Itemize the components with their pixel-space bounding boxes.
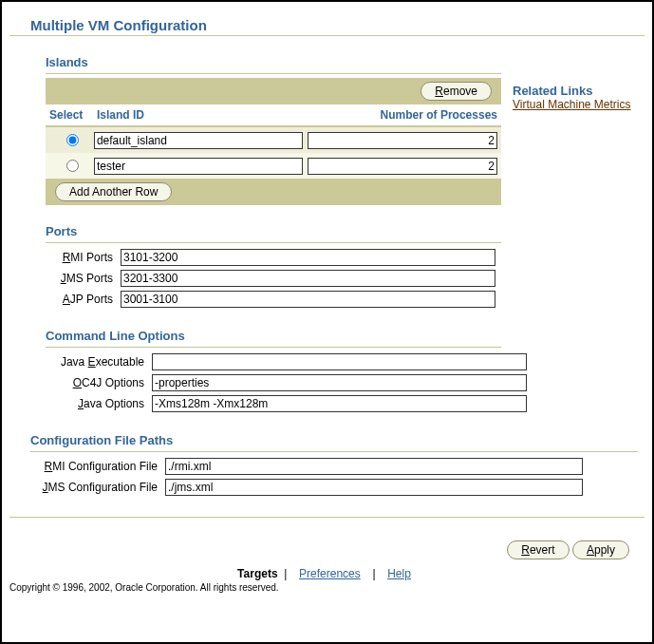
num-processes-input[interactable] xyxy=(308,132,497,149)
footer-preferences-link[interactable]: Preferences xyxy=(299,567,361,580)
table-row xyxy=(46,127,501,153)
remove-button[interactable]: Remove xyxy=(420,82,492,101)
footer-targets: Targets xyxy=(237,567,277,580)
islands-toolbar: Remove xyxy=(46,78,501,104)
jms-ports-label: JMS Ports xyxy=(46,268,117,289)
ajp-ports-input[interactable] xyxy=(121,291,495,308)
related-links-title: Related Links xyxy=(513,84,631,98)
copyright: Copyright © 1996, 2002, Oracle Corporati… xyxy=(9,582,645,593)
divider xyxy=(9,517,645,518)
jms-config-label: JMS Configuration File xyxy=(30,477,161,498)
ports-section-title: Ports xyxy=(46,224,645,238)
island-id-input[interactable] xyxy=(94,132,303,149)
oc4j-options-input[interactable] xyxy=(152,374,527,391)
add-another-row-button[interactable]: Add Another Row xyxy=(55,182,172,201)
jms-config-input[interactable] xyxy=(165,479,583,496)
row-select-radio[interactable] xyxy=(66,160,79,172)
java-options-input[interactable] xyxy=(152,395,527,412)
divider xyxy=(46,347,501,348)
divider xyxy=(46,242,501,243)
oc4j-options-label: OC4J Options xyxy=(46,372,148,393)
islands-section-title: Islands xyxy=(46,55,645,69)
islands-header-row: Select Island ID Number of Processes xyxy=(46,104,501,127)
cmd-table: Java Executable OC4J Options Java Option… xyxy=(46,351,531,414)
page-title: Multiple VM Configuration xyxy=(30,17,645,33)
java-options-label: Java Options xyxy=(46,393,148,414)
num-processes-input[interactable] xyxy=(308,158,497,175)
footer-help-link[interactable]: Help xyxy=(387,567,411,580)
related-links: Related Links Virtual Machine Metrics xyxy=(513,84,631,111)
ports-table: RMI Ports JMS Ports AJP Ports xyxy=(46,247,499,310)
island-id-input[interactable] xyxy=(94,158,303,175)
header-island-id: Island ID xyxy=(93,104,283,125)
row-select-radio[interactable] xyxy=(66,134,79,146)
divider xyxy=(30,451,638,452)
islands-table: Remove Select Island ID Number of Proces… xyxy=(46,78,501,205)
divider xyxy=(9,35,645,36)
cmd-section-title: Command Line Options xyxy=(46,329,645,343)
java-executable-label: Java Executable xyxy=(46,351,148,372)
virtual-machine-metrics-link[interactable]: Virtual Machine Metrics xyxy=(513,98,631,111)
cfg-table: RMI Configuration File JMS Configuration… xyxy=(30,456,587,498)
rmi-config-label: RMI Configuration File xyxy=(30,456,161,477)
apply-button[interactable]: Apply xyxy=(572,540,629,559)
jms-ports-input[interactable] xyxy=(121,270,495,287)
divider xyxy=(46,73,501,74)
add-row-bar: Add Another Row xyxy=(46,179,501,205)
table-row xyxy=(46,153,501,179)
rmi-ports-label: RMI Ports xyxy=(46,247,117,268)
header-select: Select xyxy=(46,104,93,125)
cfg-section-title: Configuration File Paths xyxy=(30,433,645,447)
revert-button[interactable]: Revert xyxy=(507,540,569,559)
rmi-config-input[interactable] xyxy=(165,458,583,475)
ajp-ports-label: AJP Ports xyxy=(46,289,117,310)
java-executable-input[interactable] xyxy=(152,353,527,370)
footer-nav: Targets | Preferences | Help xyxy=(9,567,645,580)
header-num-processes: Number of Processes xyxy=(283,104,501,125)
rmi-ports-input[interactable] xyxy=(121,249,495,266)
